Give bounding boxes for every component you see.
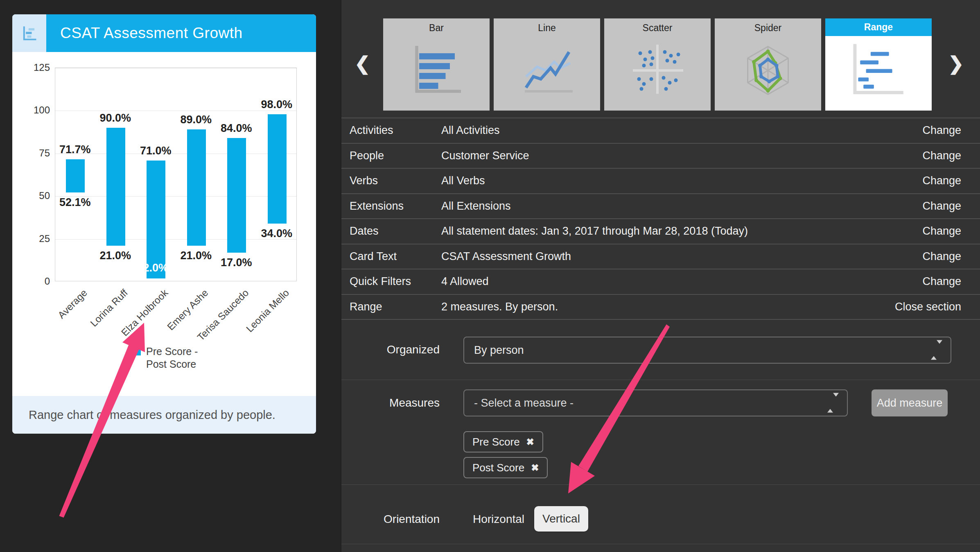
chevron-right-icon[interactable]: ❯ <box>948 52 964 75</box>
scatter-chart-icon <box>604 38 711 100</box>
measure-chip-pre-score[interactable]: Pre Score ✖ <box>463 431 543 452</box>
measure-chip-post-score[interactable]: Post Score ✖ <box>463 457 548 478</box>
remove-measure-icon[interactable]: ✖ <box>531 462 539 473</box>
x-axis-label: Leonia Mello <box>244 287 291 335</box>
range-bar <box>147 161 165 278</box>
row-label: Activities <box>341 124 441 137</box>
chart-type-spider-label: Spider <box>715 23 821 34</box>
organized-select-value: By person <box>474 344 524 357</box>
select-spinner-icon <box>827 397 839 409</box>
change-link[interactable]: Change <box>922 275 980 288</box>
chart-type-line-label: Line <box>494 23 600 34</box>
select-spinner-icon <box>931 344 942 357</box>
app-screen: CSAT Assessment Growth 025507510012571.7… <box>0 0 980 552</box>
chart-type-scatter-label: Scatter <box>604 23 711 34</box>
bar-value-label-high: 71.7% <box>44 143 106 156</box>
change-link[interactable]: Change <box>922 174 980 187</box>
y-axis-tick: 125 <box>12 61 50 74</box>
row-value: All statement dates: Jan 3, 2017 through… <box>441 225 922 238</box>
change-link[interactable]: Change <box>922 124 980 137</box>
row-extensions: Extensions All Extensions Change <box>341 194 980 219</box>
card-editor-panel: ❮ ❯ Bar Line <box>341 0 980 552</box>
y-axis-tick: 100 <box>12 104 50 116</box>
chart-type-scatter[interactable]: Scatter <box>604 18 711 111</box>
chip-label: Pre Score <box>472 436 520 448</box>
row-value: CSAT Assessment Growth <box>441 250 922 263</box>
measures-label: Measures <box>341 396 440 409</box>
range-bar <box>268 114 287 224</box>
chart-type-range[interactable]: Range <box>825 18 932 111</box>
row-value: All Verbs <box>441 174 922 187</box>
measure-select[interactable]: - Select a measure - <box>463 389 848 416</box>
legend-line-1: Pre Score - <box>146 345 198 358</box>
card-settings-list: Activities All Activities Change People … <box>341 118 980 320</box>
close-section-link[interactable]: Close section <box>895 301 980 313</box>
row-value: 4 Allowed <box>441 275 922 288</box>
row-card-text: Card Text CSAT Assessment Growth Change <box>341 244 980 270</box>
legend-label: Pre Score - Post Score <box>146 345 198 371</box>
row-label: Quick Filters <box>341 275 441 288</box>
row-label: Card Text <box>341 250 441 263</box>
row-value: 2 measures. By person. <box>441 301 895 313</box>
change-link[interactable]: Change <box>922 250 980 263</box>
section-divider <box>341 380 980 380</box>
row-verbs: Verbs All Verbs Change <box>341 169 980 194</box>
add-measure-button[interactable]: Add measure <box>872 389 948 416</box>
remove-measure-icon[interactable]: ✖ <box>526 437 534 448</box>
chart-legend: Pre Score - Post Score <box>132 345 198 371</box>
range-bar <box>227 138 246 253</box>
chart-type-range-label: Range <box>864 22 893 33</box>
row-label: Extensions <box>341 200 441 213</box>
bar-value-label-high: 71.0% <box>125 145 186 157</box>
x-axis-label: Lorina Ruff <box>88 287 130 329</box>
row-people: People Customer Service Change <box>341 144 980 169</box>
measure-select-placeholder: - Select a measure - <box>474 397 574 409</box>
chart-type-range-selected-header: Range <box>825 18 932 36</box>
chart-type-spider[interactable]: Spider <box>715 18 821 111</box>
orientation-vertical-button[interactable]: Vertical <box>534 506 588 532</box>
organized-select[interactable]: By person <box>463 337 951 364</box>
row-label: Verbs <box>341 174 441 187</box>
bar-value-label-high: 90.0% <box>85 112 146 124</box>
row-quick-filters: Quick Filters 4 Allowed Change <box>341 269 980 295</box>
row-label: Range <box>341 301 441 313</box>
bar-value-label-low: 2.0% <box>125 262 186 274</box>
y-axis-tick: 0 <box>12 275 50 287</box>
range-chart: 025507510012571.7%52.1%Average90.0%21.0%… <box>12 14 316 396</box>
bar-value-label-low: 21.0% <box>85 249 146 262</box>
chevron-left-icon[interactable]: ❮ <box>355 52 370 75</box>
card-caption: Range chart of measures organized by peo… <box>29 408 275 422</box>
line-chart-icon <box>494 38 600 100</box>
chip-label: Post Score <box>472 462 524 474</box>
gridline <box>55 111 296 111</box>
legend-line-2: Post Score <box>146 358 198 371</box>
chart-type-line[interactable]: Line <box>494 18 600 111</box>
row-label: People <box>341 149 441 162</box>
change-link[interactable]: Change <box>922 149 980 162</box>
row-dates: Dates All statement dates: Jan 3, 2017 t… <box>341 219 980 244</box>
bar-value-label-low: 52.1% <box>44 196 106 208</box>
chart-type-bar-label: Bar <box>383 23 490 34</box>
orientation-horizontal-option[interactable]: Horizontal <box>473 513 524 526</box>
change-link[interactable]: Change <box>922 225 980 238</box>
chart-preview-card: CSAT Assessment Growth 025507510012571.7… <box>12 14 316 434</box>
row-label: Dates <box>341 225 441 238</box>
row-value: All Extensions <box>441 200 922 213</box>
bar-chart-icon <box>383 38 490 100</box>
range-chart-type-icon <box>825 41 932 98</box>
change-link[interactable]: Change <box>922 200 980 213</box>
card-footer: Range chart of measures organized by peo… <box>12 396 316 434</box>
row-activities: Activities All Activities Change <box>341 118 980 144</box>
bar-value-label-low: 17.0% <box>205 256 267 269</box>
range-bar <box>106 128 125 246</box>
spider-chart-icon <box>715 38 821 100</box>
x-axis-label: Average <box>56 287 90 321</box>
range-bar <box>187 129 206 246</box>
section-divider <box>341 544 980 544</box>
organized-label: Organized <box>341 343 440 356</box>
chart-type-bar[interactable]: Bar <box>383 18 490 111</box>
orientation-label: Orientation <box>341 513 440 526</box>
y-axis-tick: 25 <box>12 233 50 245</box>
bar-value-label-high: 98.0% <box>246 98 307 111</box>
range-bar <box>66 159 85 193</box>
